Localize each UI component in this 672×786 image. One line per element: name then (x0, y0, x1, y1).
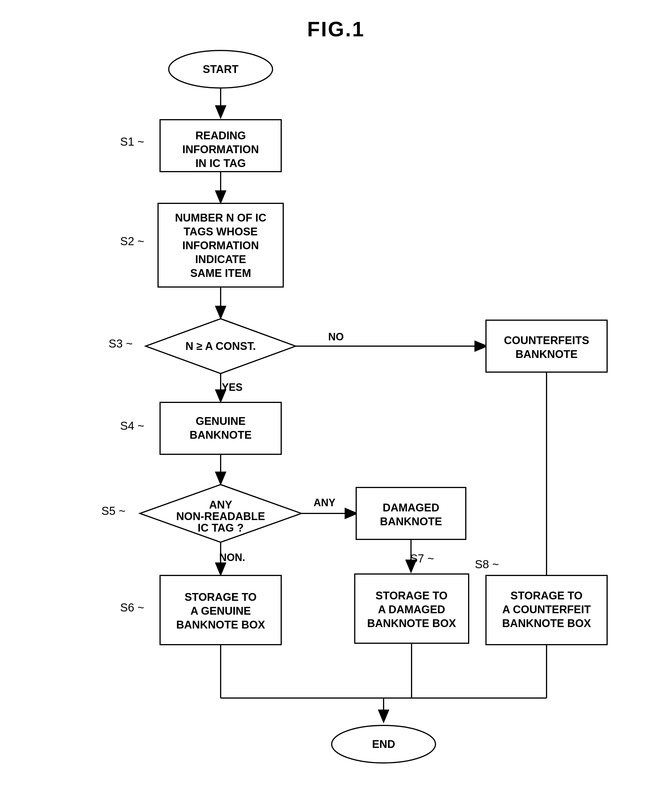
s1-text-2: INFORMATION (182, 143, 259, 156)
s8-text-2: A COUNTERFEIT (502, 604, 591, 616)
s1-label: S1 ~ (120, 135, 144, 148)
s5-any-label: ANY (314, 497, 335, 509)
s8-text-3: BANKNOTE BOX (502, 617, 591, 629)
s4-text-2: BANKNOTE (190, 429, 251, 441)
s5-text-3: IC TAG ? (198, 522, 244, 534)
s8-text-1: STORAGE TO (510, 590, 583, 602)
s2-text-2: TAGS WHOSE (184, 226, 258, 238)
s5-non-label: NON. (219, 552, 245, 563)
start-label: START (203, 63, 239, 75)
s2-text-5: SAME ITEM (190, 267, 251, 279)
counterfeits-text-2: BANKNOTE (515, 348, 578, 360)
page-title: FIG.1 (0, 17, 672, 41)
s1-text-1: READING (195, 129, 246, 141)
end-label: END (372, 738, 395, 750)
s2-text-1: NUMBER N OF IC (175, 212, 267, 224)
s5-text-2: NON-READABLE (176, 510, 265, 522)
flowchart: START READING INFORMATION IN IC TAG S1 ~… (0, 40, 672, 786)
counterfeits-text-1: COUNTERFEITS (504, 334, 589, 346)
damaged-text-1: DAMAGED (383, 501, 439, 514)
s2-text-3: INFORMATION (182, 239, 259, 252)
s2-text-4: INDICATE (195, 253, 246, 266)
s1-text-3: IN IC TAG (196, 157, 246, 169)
s5-text-1: ANY (209, 499, 232, 511)
s4-label: S4 ~ (120, 420, 144, 432)
s6-text-2: A GENUINE (190, 605, 251, 617)
s7-text-3: BANKNOTE BOX (367, 617, 456, 629)
s2-label: S2 ~ (120, 235, 144, 247)
s6-label: S6 ~ (120, 601, 144, 614)
s6-text-1: STORAGE TO (185, 591, 257, 603)
s7-text-1: STORAGE TO (375, 590, 447, 602)
s5-label: S5 ~ (102, 505, 126, 517)
s7-text-2: A DAMAGED (378, 604, 445, 616)
s7-label: S7 ~ (410, 552, 434, 565)
s4-box (160, 402, 281, 454)
s6-text-3: BANKNOTE BOX (176, 619, 265, 631)
s3-label: S3 ~ (109, 337, 133, 350)
s3-text: N ≥ A CONST. (185, 340, 256, 352)
s4-text-1: GENUINE (196, 415, 245, 427)
s3-yes-label: YES (222, 381, 243, 393)
s3-no-label: NO (328, 331, 344, 343)
damaged-text-2: BANKNOTE (380, 516, 442, 528)
s8-label: S8 ~ (475, 558, 499, 571)
